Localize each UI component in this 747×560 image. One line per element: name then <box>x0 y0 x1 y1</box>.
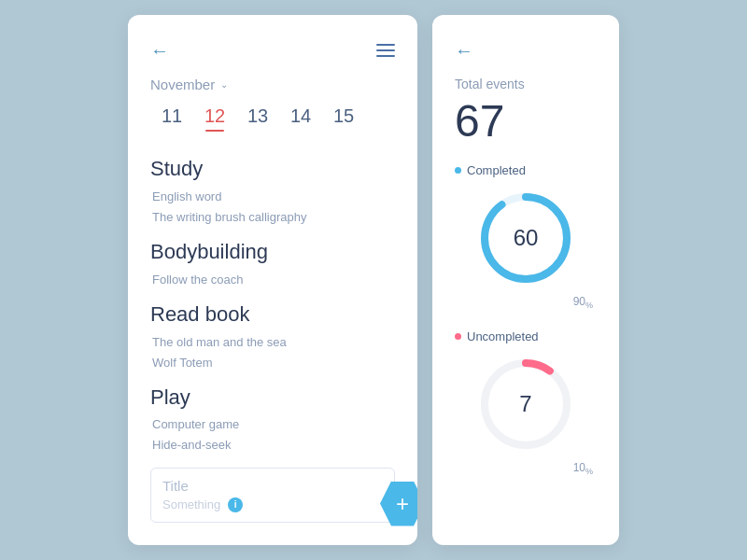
dates-row: 11 12 13 14 15 <box>150 105 395 135</box>
menu-line-3 <box>376 55 395 57</box>
date-12[interactable]: 12 <box>193 105 236 135</box>
left-card: ← November ⌄ 11 12 13 14 15 Study Englis… <box>128 15 417 544</box>
uncompleted-label-row: Uncompleted <box>455 329 597 343</box>
back-button-right[interactable]: ← <box>455 41 473 60</box>
readbook-event-1: The old man and the sea <box>152 332 395 353</box>
completed-section: Completed 60 90% <box>455 163 597 310</box>
chevron-down-icon[interactable]: ⌄ <box>220 79 228 90</box>
completed-dot <box>455 167 461 174</box>
play-event-1: Computer game <box>152 414 395 435</box>
study-title: Study <box>150 156 395 183</box>
total-events-label: Total events <box>455 77 597 91</box>
play-event-2: Hide-and-seek <box>152 435 395 455</box>
left-header: ← <box>150 41 395 60</box>
category-study: Study English word The writing brush cal… <box>150 156 395 228</box>
uncompleted-value: 7 <box>519 391 531 417</box>
menu-line-2 <box>376 49 395 51</box>
date-14[interactable]: 14 <box>279 105 322 131</box>
input-placeholder-text: Something <box>162 497 220 511</box>
uncompleted-dot <box>455 333 461 340</box>
right-header: ← <box>455 41 597 60</box>
study-event-2: The writing brush calligraphy <box>152 207 395 228</box>
back-button-left[interactable]: ← <box>150 41 169 60</box>
category-readbook: Read book The old man and the sea Wolf T… <box>150 301 395 373</box>
study-event-1: English word <box>152 187 395 207</box>
total-events-count: 67 <box>455 95 597 147</box>
uncompleted-donut: 7 <box>474 353 577 455</box>
bodybuilding-event-1: Follow the coach <box>152 270 395 290</box>
month-label: November <box>150 77 215 92</box>
completed-donut: 60 <box>474 187 577 289</box>
month-row: November ⌄ <box>150 77 395 92</box>
date-13[interactable]: 13 <box>236 105 279 131</box>
uncompleted-label: Uncompleted <box>467 329 539 343</box>
input-title-label: Title <box>162 478 383 494</box>
category-play: Play Computer game Hide-and-seek <box>150 385 395 456</box>
completed-label: Completed <box>467 163 526 177</box>
readbook-event-2: Wolf Totem <box>152 353 395 373</box>
date-11[interactable]: 11 <box>150 105 193 131</box>
info-icon[interactable]: i <box>228 497 243 512</box>
play-title: Play <box>150 385 395 412</box>
completed-value: 60 <box>514 225 539 251</box>
input-placeholder-row: Something i <box>162 497 383 512</box>
readbook-title: Read book <box>150 301 395 329</box>
uncompleted-percent: 10% <box>455 461 597 476</box>
menu-line-1 <box>376 44 395 46</box>
right-card: ← Total events 67 Completed 60 90% U <box>432 15 619 544</box>
bodybuilding-title: Bodybuilding <box>150 239 395 266</box>
category-bodybuilding: Bodybuilding Follow the coach <box>150 239 395 290</box>
completed-label-row: Completed <box>455 163 597 177</box>
uncompleted-section: Uncompleted 7 10% <box>455 329 597 476</box>
completed-percent: 90% <box>455 295 597 310</box>
date-15[interactable]: 15 <box>322 105 365 131</box>
new-event-input-box[interactable]: Title Something i <box>150 468 395 523</box>
menu-button[interactable] <box>376 44 395 57</box>
